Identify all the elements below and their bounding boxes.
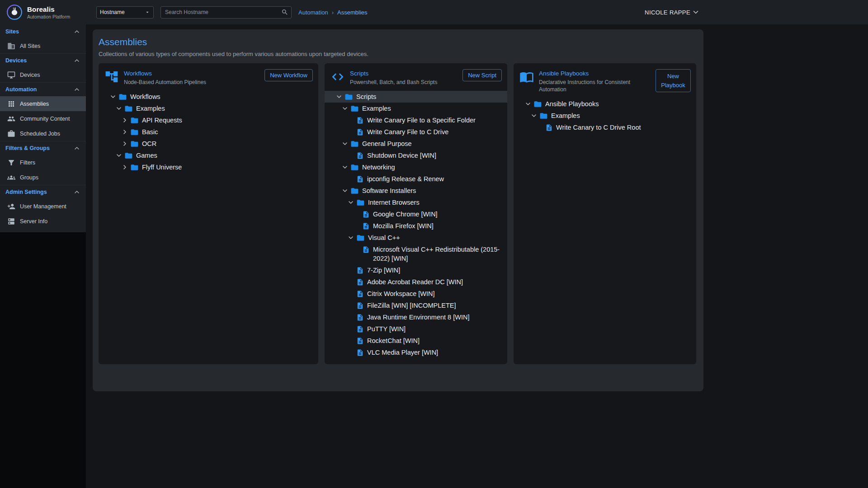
breadcrumb-automation[interactable]: Automation (298, 9, 328, 16)
sidebar-item-community-content[interactable]: Community Content (0, 111, 86, 126)
tree-label: Software Installers (362, 186, 416, 195)
chevron-right-icon[interactable] (120, 163, 129, 172)
tree-folder-api-requests[interactable]: API Requests (99, 114, 318, 126)
card-subtitle: Declarative Instructions for Consistent … (539, 79, 651, 93)
tree-folder-scripts[interactable]: Scripts (325, 91, 507, 103)
tree-folder-software-installers[interactable]: Software Installers (325, 185, 507, 197)
workflow-icon (104, 70, 119, 84)
expander-spacer (346, 348, 355, 357)
sidebar-item-assemblies[interactable]: Assemblies (0, 96, 86, 111)
workflows-tree: WorkflowsExamplesAPI RequestsBasicOCRGam… (99, 90, 318, 173)
hostname-select[interactable]: Hostname (96, 6, 154, 19)
expander-spacer (346, 174, 355, 183)
app-logo[interactable]: Borealis Automation Platform (0, 0, 86, 24)
tree-file-7-zip-win[interactable]: 7-Zip [WIN] (325, 264, 507, 276)
chevron-right-icon[interactable] (120, 116, 129, 125)
tree-folder-examples[interactable]: Examples (325, 103, 507, 114)
sidebar-section-devices[interactable]: Devices (0, 53, 86, 67)
chevron-down-icon[interactable] (346, 198, 355, 207)
folder-icon (130, 116, 139, 125)
folder-icon (130, 163, 139, 172)
tree-folder-networking[interactable]: Networking (325, 161, 507, 173)
tree-file-putty-win[interactable]: PuTTY [WIN] (325, 323, 507, 335)
chevron-down-icon[interactable] (340, 163, 349, 172)
card-subtitle: Node-Based Automation Pipelines (124, 79, 259, 86)
tree-file-shutdown-device-win[interactable]: Shutdown Device [WIN] (325, 150, 507, 161)
sidebar-item-scheduled-jobs[interactable]: Scheduled Jobs (0, 126, 86, 141)
chevron-down-icon[interactable] (114, 104, 123, 113)
tree-folder-ansible-playbooks[interactable]: Ansible Playbooks (514, 98, 696, 110)
tree-label: Basic (142, 127, 158, 136)
sidebar-item-server-info[interactable]: Server Info (0, 214, 86, 229)
new-script-button[interactable]: New Script (462, 69, 502, 81)
expander-spacer (346, 336, 355, 345)
tree-file-ipconfig-release-renew[interactable]: ipconfig Release & Renew (325, 173, 507, 185)
tree-folder-visual-c[interactable]: Visual C++ (325, 232, 507, 244)
sidebar-item-user-management[interactable]: User Management (0, 199, 86, 214)
folder-icon (533, 100, 542, 108)
sidebar-item-devices[interactable]: Devices (0, 67, 86, 82)
expander-spacer (346, 127, 355, 136)
sidebar-section-admin-settings[interactable]: Admin Settings (0, 185, 86, 199)
tree-file-rocketchat-win[interactable]: RocketChat [WIN] (325, 335, 507, 347)
tree-file-citrix-workspace-win[interactable]: Citrix Workspace [WIN] (325, 288, 507, 300)
sidebar-item-label: Server Info (20, 218, 47, 225)
chevron-down-icon[interactable] (346, 233, 355, 242)
tree-file-write-canary-to-c-drive-root[interactable]: Write Canary to C Drive Root (514, 122, 696, 133)
chevron-down-icon[interactable] (340, 186, 349, 195)
chevron-right-icon[interactable] (120, 139, 129, 148)
user-menu[interactable]: NICOLE RAPPE (645, 8, 700, 16)
tree-folder-internet-browsers[interactable]: Internet Browsers (325, 197, 507, 208)
sidebar-section-sites[interactable]: Sites (0, 24, 86, 38)
sidebar-item-groups[interactable]: Groups (0, 170, 86, 185)
sidebar-section-filters-groups[interactable]: Filters & Groups (0, 141, 86, 155)
sidebar-item-filters[interactable]: Filters (0, 155, 86, 170)
tree-label: Mozilla Firefox [WIN] (373, 221, 434, 230)
file-icon (356, 302, 364, 310)
sidebar-section-automation[interactable]: Automation (0, 82, 86, 96)
tree-label: Workflows (130, 92, 160, 101)
tree-file-write-canary-file-to-c-drive[interactable]: Write Canary File to C Drive (325, 126, 507, 138)
chevron-down-icon[interactable] (340, 104, 349, 113)
tree-file-microsoft-visual-c-redistributable-2015-2022-win[interactable]: Microsoft Visual C++ Redistributable (20… (325, 244, 507, 264)
sidebar: Borealis Automation Platform SitesAll Si… (0, 0, 86, 488)
sidebar-item-all-sites[interactable]: All Sites (0, 38, 86, 53)
file-icon (356, 128, 364, 136)
chevron-down-icon[interactable] (335, 92, 344, 101)
breadcrumb-assemblies[interactable]: Assemblies (337, 9, 367, 16)
tree-file-adobe-acrobat-reader-dc-win[interactable]: Adobe Acrobat Reader DC [WIN] (325, 276, 507, 288)
tree-folder-flyff-universe[interactable]: Flyff Universe (99, 161, 318, 173)
filter-icon (7, 159, 15, 167)
tree-folder-examples[interactable]: Examples (99, 103, 318, 114)
search-input[interactable] (160, 6, 292, 19)
chevron-down-icon[interactable] (114, 151, 123, 160)
chevron-down-icon[interactable] (108, 92, 118, 101)
tree-folder-examples[interactable]: Examples (514, 110, 696, 122)
tree-folder-games[interactable]: Games (99, 150, 318, 161)
file-icon (356, 175, 364, 183)
card-title: Workflows (124, 70, 259, 77)
tree-file-java-runtime-environment-8-win[interactable]: Java Runtime Environment 8 [WIN] (325, 311, 507, 323)
file-icon (356, 325, 364, 333)
folder-icon (350, 163, 359, 172)
chevron-right-icon[interactable] (120, 127, 129, 136)
expander-spacer (346, 289, 355, 298)
tree-folder-workflows[interactable]: Workflows (99, 91, 318, 103)
code-icon (330, 70, 345, 84)
chevron-down-icon[interactable] (340, 139, 349, 148)
chevron-down-icon[interactable] (524, 99, 533, 108)
tree-file-google-chrome-win[interactable]: Google Chrome [WIN] (325, 208, 507, 220)
tree-file-mozilla-firefox-win[interactable]: Mozilla Firefox [WIN] (325, 220, 507, 232)
tree-file-write-canary-file-to-a-specific-folder[interactable]: Write Canary File to a Specific Folder (325, 114, 507, 126)
tree-file-vlc-media-player-win[interactable]: VLC Media Player [WIN] (325, 347, 507, 358)
tree-file-filezilla-win-incomplete[interactable]: FileZilla [WIN] [INCOMPLETE] (325, 300, 507, 311)
page-title: Assemblies (99, 37, 698, 47)
sidebar-item-label: Assemblies (20, 101, 49, 107)
chevron-down-icon[interactable] (529, 111, 538, 120)
tree-folder-ocr[interactable]: OCR (99, 138, 318, 150)
new-workflow-button[interactable]: New Workflow (264, 69, 313, 81)
new-playbook-button[interactable]: New Playbook (656, 69, 691, 92)
search-icon[interactable] (281, 9, 288, 16)
tree-folder-general-purpose[interactable]: General Purpose (325, 138, 507, 150)
tree-folder-basic[interactable]: Basic (99, 126, 318, 138)
